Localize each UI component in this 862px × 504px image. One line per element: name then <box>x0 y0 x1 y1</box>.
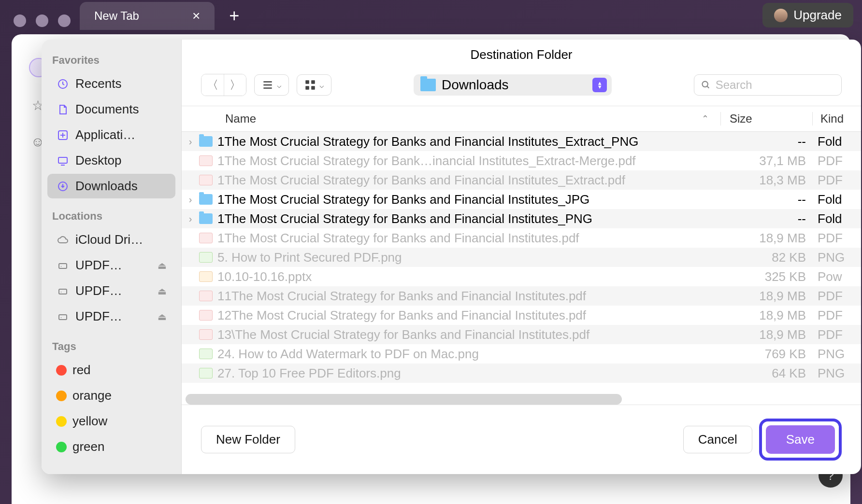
column-kind[interactable]: Kind <box>813 112 851 126</box>
tag-green[interactable]: green <box>47 434 175 459</box>
file-row[interactable]: ›1The Most Crucial Strategy for Banks an… <box>182 209 861 228</box>
file-kind: PDF <box>818 173 851 188</box>
sidebar-item-updf[interactable]: UPDF…⏏ <box>47 279 175 303</box>
sidebar-item-label: UPDF… <box>75 283 152 298</box>
disclosure-icon[interactable]: › <box>182 194 199 205</box>
sidebar-item-applicati[interactable]: Applicati… <box>47 123 175 147</box>
disclosure-icon[interactable]: › <box>182 213 199 224</box>
file-row[interactable]: 11The Most Crucial Strategy for Banks an… <box>182 286 861 306</box>
save-highlight: Save <box>759 419 842 461</box>
window-close[interactable] <box>14 14 26 27</box>
file-row[interactable]: 1The Most Crucial Strategy for Bank…inan… <box>182 151 861 170</box>
download-icon <box>56 180 70 193</box>
file-size: 18,9 MB <box>726 231 818 246</box>
file-name: 1The Most Crucial Strategy for Bank…inan… <box>217 154 726 168</box>
tag-dot-icon <box>56 365 67 376</box>
file-name: 12The Most Crucial Strategy for Banks an… <box>217 308 726 323</box>
popup-arrows-icon <box>592 78 607 92</box>
folder-icon <box>420 79 436 91</box>
file-row[interactable]: 12The Most Crucial Strategy for Banks an… <box>182 306 861 325</box>
sidebar-item-iclouddri[interactable]: iCloud Dri… <box>47 227 175 252</box>
folder-icon <box>199 136 213 147</box>
file-row[interactable]: 5. How to Print Secured PDF.png82 KBPNG <box>182 248 861 267</box>
window-minimize[interactable] <box>36 14 48 27</box>
window-zoom[interactable] <box>58 14 71 27</box>
file-name: 5. How to Print Secured PDF.png <box>217 250 726 265</box>
sidebar-item-recents[interactable]: Recents <box>47 71 175 96</box>
eject-icon[interactable]: ⏏ <box>158 285 167 297</box>
file-name: 13\The Most Crucial Strategy for Banks a… <box>217 327 726 342</box>
sidebar-item-label: Desktop <box>75 153 167 168</box>
tag-label: green <box>72 439 167 454</box>
tag-orange[interactable]: orange <box>47 383 175 408</box>
scrollbar-thumb[interactable] <box>186 394 622 405</box>
pdf-icon <box>199 329 213 340</box>
tag-yellow[interactable]: yellow <box>47 409 175 434</box>
disclosure-icon[interactable]: › <box>182 136 199 147</box>
sidebar-item-label: Documents <box>75 102 167 117</box>
columns-header: Name ⌃ Size Kind <box>182 106 861 132</box>
svg-line-15 <box>707 86 709 88</box>
tag-dot-icon <box>56 442 67 452</box>
sidebar-item-updf[interactable]: UPDF…⏏ <box>47 304 175 329</box>
search-icon <box>701 80 711 90</box>
eject-icon[interactable]: ⏏ <box>158 311 167 322</box>
column-name[interactable]: Name ⌃ <box>191 112 721 126</box>
tag-label: red <box>72 363 167 378</box>
dialog-title: Destination Folder <box>182 40 861 70</box>
file-kind: PNG <box>818 250 851 265</box>
sidebar: Favorites RecentsDocumentsApplicati…Desk… <box>42 40 182 474</box>
png-icon <box>199 252 213 263</box>
file-row[interactable]: ›1The Most Crucial Strategy for Banks an… <box>182 132 861 151</box>
folder-icon <box>199 213 213 224</box>
grid-icon <box>304 79 316 91</box>
file-name: 11The Most Crucial Strategy for Banks an… <box>217 289 726 304</box>
list-view-button[interactable]: ⌵ <box>254 74 289 96</box>
horizontal-scrollbar[interactable] <box>186 394 827 405</box>
file-row[interactable]: 10.10-10.16.pptx325 KBPow <box>182 267 861 286</box>
eject-icon[interactable]: ⏏ <box>158 260 167 271</box>
tag-label: orange <box>72 388 167 403</box>
dialog-footer: New Folder Cancel Save <box>182 405 861 474</box>
upgrade-button[interactable]: Upgrade <box>762 3 853 28</box>
sidebar-item-label: Downloads <box>75 179 167 194</box>
location-popup[interactable]: Downloads <box>414 74 612 96</box>
file-kind: PDF <box>818 231 851 246</box>
cancel-button[interactable]: Cancel <box>683 426 752 453</box>
file-row[interactable]: 1The Most Crucial Strategy for Banks and… <box>182 228 861 248</box>
browser-tab[interactable]: New Tab × <box>80 2 215 30</box>
column-size[interactable]: Size <box>721 112 813 126</box>
search-input[interactable] <box>716 78 834 92</box>
back-button[interactable]: 〈 <box>201 74 224 96</box>
forward-button[interactable]: 〉 <box>224 74 246 96</box>
save-button[interactable]: Save <box>766 425 835 454</box>
sidebar-item-desktop[interactable]: Desktop <box>47 148 175 173</box>
chevron-down-icon: ⌵ <box>319 81 324 90</box>
tab-title: New Tab <box>94 9 139 23</box>
close-tab-icon[interactable]: × <box>192 8 200 24</box>
file-row[interactable]: ›1The Most Crucial Strategy for Banks an… <box>182 190 861 209</box>
file-name: 27. Top 10 Free PDF Editors.png <box>217 366 726 381</box>
svg-rect-12 <box>305 86 309 90</box>
file-row[interactable]: 24. How to Add Watermark to PDF on Mac.p… <box>182 344 861 364</box>
sidebar-item-updf[interactable]: UPDF…⏏ <box>47 253 175 278</box>
file-kind: PDF <box>818 154 851 168</box>
sidebar-item-downloads[interactable]: Downloads <box>47 174 175 198</box>
grid-view-button[interactable]: ⌵ <box>297 74 331 96</box>
file-name: 1The Most Crucial Strategy for Banks and… <box>217 231 726 246</box>
file-row[interactable]: 1The Most Crucial Strategy for Banks and… <box>182 170 861 190</box>
sidebar-item-documents[interactable]: Documents <box>47 97 175 122</box>
search-box[interactable] <box>694 74 842 96</box>
file-row[interactable]: 13\The Most Crucial Strategy for Banks a… <box>182 325 861 344</box>
file-row[interactable]: 27. Top 10 Free PDF Editors.png64 KBPNG <box>182 364 861 383</box>
new-tab-button[interactable]: + <box>229 6 239 26</box>
file-kind: PDF <box>818 289 851 304</box>
new-folder-button[interactable]: New Folder <box>201 426 295 453</box>
cloud-icon <box>56 233 70 247</box>
apps-icon <box>56 128 70 142</box>
tag-red[interactable]: red <box>47 358 175 382</box>
avatar-icon <box>774 9 788 22</box>
file-kind: Pow <box>818 269 851 284</box>
locations-header: Locations <box>42 206 181 226</box>
disk-icon <box>56 284 70 298</box>
